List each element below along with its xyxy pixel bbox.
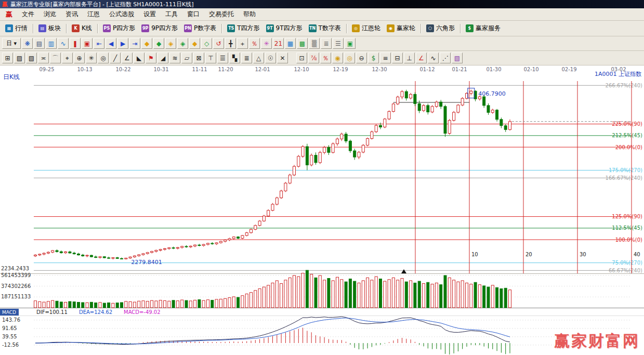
sine-tool[interactable]: ∿ bbox=[428, 52, 439, 63]
overlay-tool[interactable]: ▧ bbox=[452, 52, 463, 63]
gann-web-icon[interactable]: ❋ bbox=[22, 38, 33, 49]
candle-body bbox=[336, 139, 339, 143]
first-bar-button[interactable]: ⇤ bbox=[94, 38, 104, 49]
menu-item-formula-pick[interactable]: 公式选股 bbox=[104, 8, 139, 20]
sector-button[interactable]: ▤板块 bbox=[35, 22, 64, 35]
hatch-tool-1[interactable]: ▨ bbox=[14, 52, 25, 63]
tri-up-tool[interactable]: △ bbox=[253, 52, 264, 63]
price-label-tool[interactable]: $ bbox=[368, 52, 379, 63]
volume-bar bbox=[362, 281, 364, 308]
candle-style-icon[interactable]: ❚ bbox=[70, 38, 81, 49]
next-bar-button[interactable]: ▶ bbox=[117, 38, 128, 49]
zoom-tool-icon[interactable]: ＋ bbox=[237, 38, 248, 49]
chart-doc-icon[interactable]: ▤ bbox=[34, 38, 45, 49]
grid-panel-icon[interactable]: ▒ bbox=[309, 38, 320, 49]
menu-item-help[interactable]: 帮助 bbox=[239, 8, 260, 20]
p-square-button[interactable]: PSP四方形 bbox=[100, 22, 138, 35]
steps-tool[interactable]: ⋰ bbox=[440, 52, 451, 63]
fraction-tool[interactable]: ⅞ bbox=[308, 52, 319, 63]
compress-view-icon[interactable]: ▣ bbox=[82, 38, 93, 49]
flag-tool[interactable]: ⚑ bbox=[146, 52, 156, 63]
gann-square-tool-3[interactable]: ◈ bbox=[165, 38, 176, 49]
gann-circle-tool[interactable]: ⊕ bbox=[74, 52, 85, 63]
arc-tool[interactable]: ⌒ bbox=[50, 52, 61, 63]
chart-canvas[interactable]: 09-2510-1310-2210-3111-1111-2012-0112-10… bbox=[0, 65, 644, 355]
winner-wheel-button[interactable]: ◉赢家轮 bbox=[384, 22, 418, 35]
t9-square-button[interactable]: 9T9T四方形 bbox=[263, 22, 306, 35]
line-chart-icon[interactable]: ∿ bbox=[58, 38, 69, 49]
gann-square-tool-2[interactable]: ◆ bbox=[153, 38, 164, 49]
delete-tool[interactable]: ✕ bbox=[277, 52, 288, 63]
menu-item-settings[interactable]: 设置 bbox=[139, 8, 161, 20]
diagonal-line-tool[interactable]: ╱ bbox=[110, 52, 121, 63]
volume-bar bbox=[491, 285, 494, 308]
minus-circle-tool[interactable]: ⊖ bbox=[356, 52, 367, 63]
blue-panel-icon[interactable]: ▦ bbox=[285, 38, 296, 49]
gann-square-tool-1[interactable]: ◆ bbox=[141, 38, 152, 49]
hexagon-button[interactable]: ⬡六角形 bbox=[423, 22, 458, 35]
undo-tool-icon[interactable]: ↺ bbox=[213, 38, 224, 49]
triangle-tool[interactable]: ◣ bbox=[134, 52, 144, 63]
golden-circle-tool[interactable]: ◉ bbox=[332, 52, 343, 63]
macd-axis-label: 143.76 bbox=[2, 317, 20, 323]
menu-item-window[interactable]: 窗口 bbox=[182, 8, 204, 20]
layers-icon[interactable]: ☰ bbox=[333, 38, 344, 49]
star-tool-icon[interactable]: ✳ bbox=[261, 38, 272, 49]
bar-chart-icon[interactable]: ▥ bbox=[46, 38, 57, 49]
menu-item-trade[interactable]: 交易委托 bbox=[204, 8, 239, 20]
t-square-button[interactable]: TST四方形 bbox=[224, 22, 262, 35]
menu-item-file[interactable]: 文件 bbox=[17, 8, 39, 20]
list-tool[interactable]: ≣ bbox=[241, 52, 252, 63]
quote-button[interactable]: ▦行情 bbox=[2, 22, 31, 35]
percent-measure-icon[interactable]: ％ bbox=[249, 38, 260, 49]
circle-dot-tool[interactable]: ☉ bbox=[265, 52, 276, 63]
percent-box-tool[interactable]: ⊡ bbox=[296, 52, 307, 63]
wave-tool[interactable]: ≋ bbox=[169, 52, 180, 63]
gann-square-tool-5[interactable]: ◆ bbox=[189, 38, 200, 49]
export-icon[interactable]: ▣ bbox=[345, 38, 356, 49]
t-number-table-button[interactable]: TNT数字表 bbox=[306, 22, 344, 35]
volume-bar bbox=[440, 285, 442, 308]
last-bar-button[interactable]: ⇥ bbox=[129, 38, 140, 49]
p9-square-button[interactable]: 9P9P四方形 bbox=[138, 22, 181, 35]
menu-item-gann[interactable]: 江恩 bbox=[83, 8, 104, 20]
period-day-dropdown[interactable]: 日 ▾ bbox=[2, 38, 21, 49]
menu-item-news[interactable]: 资讯 bbox=[61, 8, 83, 20]
channel-tool[interactable]: ▱ bbox=[181, 52, 192, 63]
ruler-tool[interactable]: ≍ bbox=[38, 52, 49, 63]
gann-square-tool-6[interactable]: ◇ bbox=[201, 38, 212, 49]
menu-item-browse[interactable]: 浏览 bbox=[39, 8, 61, 20]
angle-tool[interactable]: ∠ bbox=[122, 52, 133, 63]
compass-tool[interactable]: ⌖ bbox=[62, 52, 73, 63]
gann-fan-tool[interactable]: ◢ bbox=[157, 52, 168, 63]
list-panel-icon[interactable]: ≣ bbox=[321, 38, 332, 49]
grid-square-tool[interactable]: ⊞ bbox=[2, 52, 13, 63]
calendar-21-icon[interactable]: 21 bbox=[273, 38, 284, 49]
golden-section-tool[interactable]: ◎ bbox=[344, 52, 355, 63]
lines-tool[interactable]: ☰ bbox=[217, 52, 228, 63]
candle-body bbox=[362, 145, 364, 152]
tsquare-tool[interactable]: ⊤ bbox=[205, 52, 216, 63]
winner-service-button[interactable]: $赢家服务 bbox=[463, 22, 504, 35]
candle-body bbox=[86, 255, 88, 256]
percent-tool[interactable]: ％ bbox=[320, 52, 331, 63]
date-label: 10-13 bbox=[77, 67, 92, 72]
bars-tool[interactable]: ≡ bbox=[380, 52, 391, 63]
gann-wheel-button[interactable]: ◎江恩轮 bbox=[349, 22, 384, 35]
volume-bar bbox=[366, 278, 369, 308]
kline-button[interactable]: KK线 bbox=[69, 22, 95, 35]
gann-square-tool-4[interactable]: ◈ bbox=[177, 38, 188, 49]
green-panel-icon[interactable]: ▩ bbox=[297, 38, 308, 49]
perpendicular-tool[interactable]: ⊥ bbox=[404, 52, 415, 63]
crosshair-tool-icon[interactable]: ╋ bbox=[225, 38, 236, 49]
cross-box-tool[interactable]: ⊠ bbox=[193, 52, 204, 63]
diag-grid-tool[interactable]: ▚ bbox=[229, 52, 240, 63]
hatch-tool-2[interactable]: ▧ bbox=[26, 52, 37, 63]
prev-bar-button[interactable]: ◀ bbox=[106, 38, 116, 49]
red-angle-tool[interactable]: ∠ bbox=[416, 52, 427, 63]
menu-item-tools[interactable]: 工具 bbox=[161, 8, 182, 20]
target-tool[interactable]: ◎ bbox=[98, 52, 109, 63]
p-number-table-button[interactable]: PNP数字表 bbox=[181, 22, 219, 35]
box-minus-tool[interactable]: ⊟ bbox=[392, 52, 403, 63]
asterisk-tool[interactable]: ✳ bbox=[86, 52, 97, 63]
